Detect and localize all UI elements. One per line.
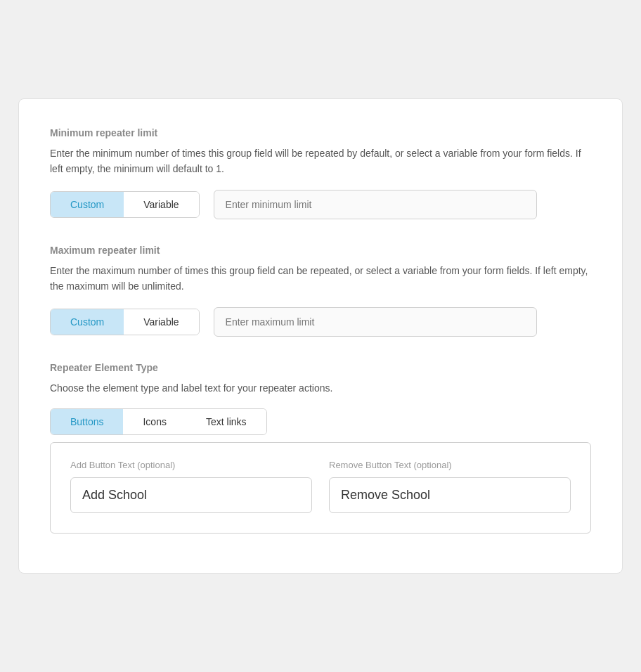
add-button-label: Add Button Text (optional) [70,460,312,470]
minimum-limit-section: Minimum repeater limit Enter the minimum… [50,127,591,219]
maximum-limit-input[interactable] [214,307,537,337]
repeater-element-desc: Choose the element type and label text f… [50,380,591,396]
minimum-custom-btn[interactable]: Custom [51,192,124,217]
add-button-col: Add Button Text (optional) [70,460,312,513]
button-text-box: Add Button Text (optional) Remove Button… [50,442,591,534]
maximum-limit-controls: Custom Variable [50,307,591,337]
repeater-element-title: Repeater Element Type [50,362,591,373]
maximum-limit-desc: Enter the maximum number of times this g… [50,263,591,295]
maximum-variable-btn[interactable]: Variable [124,309,198,335]
maximum-custom-btn[interactable]: Custom [51,309,124,335]
repeater-icons-btn[interactable]: Icons [123,409,186,434]
repeater-element-section: Repeater Element Type Choose the element… [50,362,591,534]
repeater-type-toggle-group: Buttons Icons Text links [50,408,267,435]
main-card: Minimum repeater limit Enter the minimum… [18,98,623,574]
minimum-toggle-group: Custom Variable [50,191,200,218]
remove-button-label: Remove Button Text (optional) [329,460,571,470]
minimum-variable-btn[interactable]: Variable [124,192,198,217]
repeater-buttons-btn[interactable]: Buttons [51,409,123,434]
minimum-limit-title: Minimum repeater limit [50,127,591,138]
maximum-toggle-group: Custom Variable [50,309,200,335]
remove-button-col: Remove Button Text (optional) [329,460,571,513]
maximum-limit-title: Maximum repeater limit [50,245,591,256]
minimum-limit-desc: Enter the minimum number of times this g… [50,146,591,177]
maximum-limit-section: Maximum repeater limit Enter the maximum… [50,245,591,337]
repeater-textlinks-btn[interactable]: Text links [186,409,266,434]
minimum-limit-controls: Custom Variable [50,190,591,219]
remove-school-input[interactable] [329,477,571,513]
button-text-row: Add Button Text (optional) Remove Button… [70,460,571,513]
minimum-limit-input[interactable] [214,190,537,219]
add-school-input[interactable] [70,477,312,513]
